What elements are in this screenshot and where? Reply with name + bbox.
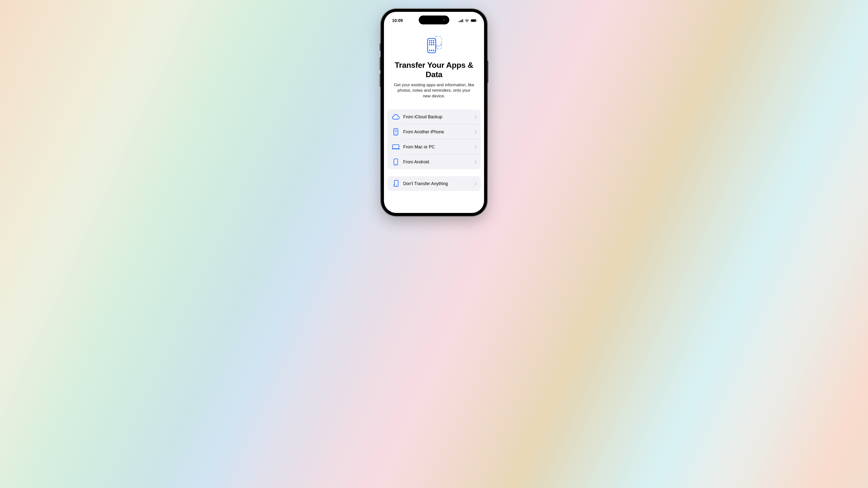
svg-point-23 [395, 130, 395, 130]
side-button [487, 61, 488, 83]
svg-rect-2 [461, 20, 462, 22]
chevron-right-icon [475, 130, 477, 134]
svg-point-4 [467, 22, 467, 22]
iphone-icon [391, 128, 400, 135]
svg-rect-1 [460, 21, 461, 22]
content: Transfer Your Apps & Data Get your exist… [384, 26, 484, 191]
iphone-frame: 10:09 [381, 9, 487, 216]
svg-point-27 [396, 131, 396, 131]
option-label: Don't Transfer Anything [400, 181, 475, 186]
volume-down-button [380, 73, 381, 87]
svg-point-33 [396, 134, 396, 134]
chevron-right-icon [475, 145, 477, 149]
cellular-icon [459, 19, 463, 22]
phone-icon [391, 159, 400, 165]
svg-point-32 [395, 134, 395, 134]
battery-icon [470, 19, 477, 22]
svg-point-28 [397, 131, 397, 131]
svg-point-37 [396, 164, 396, 165]
transfer-options-list: From iCloud Backup [388, 109, 480, 169]
option-dont-transfer[interactable]: Don't Transfer Anything [388, 176, 480, 191]
svg-rect-7 [477, 20, 477, 21]
svg-rect-18 [433, 44, 434, 45]
sparkle-phone-icon [391, 180, 400, 187]
status-indicators [459, 19, 477, 22]
page-subtitle: Get your existing apps and information, … [388, 82, 480, 99]
svg-rect-14 [431, 42, 432, 43]
cloud-icon [391, 114, 400, 120]
svg-rect-35 [393, 145, 399, 149]
svg-point-34 [397, 134, 397, 134]
svg-rect-16 [429, 44, 430, 45]
svg-rect-19 [429, 50, 430, 51]
svg-point-29 [395, 132, 395, 132]
option-label: From iCloud Backup [400, 115, 475, 120]
svg-point-31 [397, 132, 397, 132]
svg-point-30 [396, 132, 396, 132]
svg-rect-6 [471, 20, 476, 22]
svg-point-26 [395, 131, 395, 131]
svg-rect-21 [433, 50, 434, 51]
status-time: 10:09 [392, 18, 403, 23]
page-title: Transfer Your Apps & Data [388, 61, 480, 79]
svg-rect-17 [431, 44, 432, 45]
svg-point-25 [397, 130, 397, 130]
transfer-hero-icon [424, 35, 444, 57]
volume-up-button [380, 57, 381, 70]
svg-rect-13 [429, 42, 430, 43]
svg-rect-15 [433, 42, 434, 43]
chevron-right-icon [475, 115, 477, 119]
chevron-right-icon [475, 160, 477, 164]
option-another-iphone[interactable]: From Another iPhone [388, 125, 480, 139]
mute-switch [380, 43, 381, 51]
svg-rect-0 [459, 21, 459, 22]
option-mac-or-pc[interactable]: From Mac or PC [388, 139, 480, 154]
chevron-right-icon [475, 182, 477, 185]
wifi-icon [465, 19, 469, 22]
dynamic-island [419, 15, 449, 24]
svg-rect-10 [429, 40, 430, 41]
option-icloud-backup[interactable]: From iCloud Backup [388, 109, 480, 124]
laptop-icon [391, 144, 400, 150]
svg-rect-3 [462, 19, 463, 22]
option-label: From Mac or PC [400, 144, 475, 150]
option-label: From Android [400, 159, 475, 165]
svg-point-24 [396, 130, 396, 130]
skip-option-list: Don't Transfer Anything [388, 176, 480, 191]
svg-rect-11 [431, 40, 432, 41]
svg-rect-12 [433, 40, 434, 41]
option-android[interactable]: From Android [388, 155, 480, 169]
option-label: From Another iPhone [400, 129, 475, 135]
svg-point-39 [396, 185, 397, 186]
screen: 10:09 [384, 12, 484, 213]
svg-rect-20 [431, 50, 432, 51]
